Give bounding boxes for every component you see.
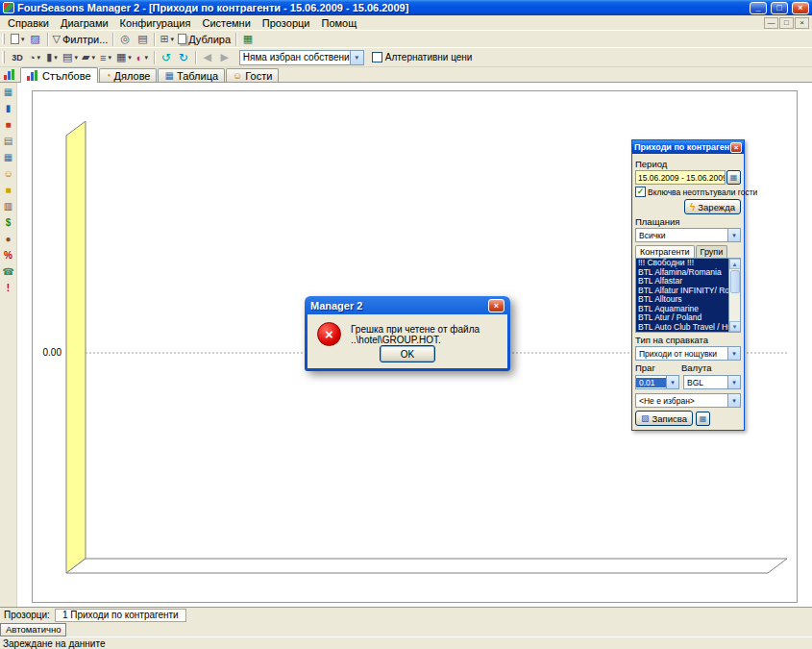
sidebar-icon-book[interactable]: ▥ [2, 200, 15, 212]
panel-close-button[interactable]: × [730, 142, 742, 153]
print-button[interactable]: ▤ [134, 32, 151, 47]
menu-configuration[interactable]: Конфигурация [114, 15, 197, 30]
panel-title-bar[interactable]: Приходи по контрагенти × [632, 140, 744, 154]
tab-columns[interactable]: Стълбове [20, 67, 98, 83]
chevron-down-icon: ▾ [37, 54, 41, 62]
mdi-close-button[interactable]: × [795, 17, 809, 29]
mdi-minimize-button[interactable]: — [764, 17, 778, 29]
color-button[interactable]: ◐ ▾ [134, 50, 151, 65]
sidebar-icon-folder[interactable]: ■ [2, 184, 15, 196]
load-button[interactable]: ϟ Зарежда [684, 199, 741, 214]
copy-button[interactable]: ⊞ ▾ [158, 32, 176, 47]
save-button[interactable]: ▨ [27, 32, 44, 47]
list-item[interactable]: BTL Aquamarine [636, 305, 740, 314]
auto-row: Автоматично [0, 622, 812, 637]
list-item[interactable]: BTL Alfamina/Romania [636, 268, 740, 278]
close-button[interactable]: × [792, 2, 809, 14]
report-type-label: Тип на справката [635, 335, 741, 345]
contragents-list[interactable]: !!! Свободни !!! BTL Alfamina/Romania BT… [635, 258, 741, 333]
owner-combo[interactable]: Няма избран собственици ▾ [239, 50, 364, 65]
dialog-title-bar[interactable]: Manager 2 × [308, 296, 507, 314]
list-item[interactable]: BTL Atur / Poland [636, 313, 740, 323]
calendar-button[interactable]: ▦ [726, 170, 741, 185]
series-style-button[interactable]: ▮ ▾ [43, 50, 61, 65]
period-input[interactable]: 15.06.2009 - 15.06.2009 [635, 170, 726, 185]
automatic-button[interactable]: Автоматично [0, 623, 66, 637]
include-guests-checkbox[interactable]: ✓ [635, 187, 646, 197]
currency-combo[interactable]: BGL ▾ [683, 375, 741, 389]
tab-table[interactable]: ▦ Таблица [158, 68, 225, 82]
alt-prices-checkbox[interactable] [372, 52, 382, 62]
save-report-button[interactable]: ▨ Записва [635, 411, 693, 426]
scroll-up-icon[interactable]: ▲ [729, 259, 741, 269]
chart-toolbar: 3D ◔ ▾ ▮ ▾ ▤ ▾ ▰ ▾ ≡ ▾ ▦ ▾ ◐ ▾ [0, 47, 812, 67]
3d-toggle-button[interactable]: 3D [9, 50, 26, 65]
list-item[interactable]: BTL Alltours [636, 295, 740, 305]
sidebar-icon-money[interactable]: $ [2, 216, 15, 229]
panel-title: Приходи по контрагенти [634, 142, 730, 152]
mdi-restore-button[interactable]: □ [779, 17, 794, 29]
filters-button[interactable]: ▽ Филтри... [51, 32, 111, 47]
gridlines-button[interactable]: ▦ ▾ [114, 50, 134, 65]
menu-references[interactable]: Справки [2, 15, 55, 30]
sidebar-icon-guests[interactable]: ☺ [2, 167, 15, 180]
chevron-down-icon: ▾ [74, 54, 78, 62]
next-view-button[interactable]: ▶ [216, 50, 234, 65]
lightning-icon: ϟ [690, 202, 695, 212]
chevron-down-icon: ▾ [727, 394, 740, 407]
redo-button[interactable]: ↻ [175, 50, 192, 65]
window-tab[interactable]: 1 Приходи по контрагенти [55, 609, 186, 622]
list-item[interactable]: BTL Auto Club Travel / Hunga [636, 323, 740, 333]
window-title: FourSeasons Manager 2 - [Приходи по конт… [17, 2, 746, 13]
new-report-button[interactable]: ▾ [9, 32, 27, 47]
tab-pie[interactable]: ◔ Дялове [99, 68, 158, 82]
sidebar-icon-document[interactable]: ▤ [2, 135, 15, 147]
minimize-button[interactable]: _ [750, 2, 767, 14]
sidebar-icon-bar[interactable]: ● [2, 233, 15, 245]
marks-button[interactable]: ▰ ▾ [80, 50, 97, 65]
sidebar-icon-phone[interactable]: ☎ [2, 265, 15, 278]
maximize-button[interactable]: □ [771, 2, 788, 14]
rotation-button[interactable]: ◔ ▾ [26, 50, 43, 65]
list-scrollbar[interactable]: ▲ ▼ [728, 259, 740, 332]
sidebar-icon-alert[interactable]: ! [2, 282, 15, 294]
undo-button[interactable]: ↺ [158, 50, 175, 65]
ok-button[interactable]: OK [380, 345, 435, 362]
panel-tabs: Контрагенти Групи [635, 245, 741, 258]
payments-combo-value: Всички [636, 231, 727, 240]
panel-body: Период 15.06.2009 - 15.06.2009 ▦ ✓ Включ… [632, 154, 744, 430]
report-type-combo[interactable]: Приходи от нощувки ▾ [635, 346, 741, 361]
menu-system[interactable]: Системни [196, 15, 256, 30]
chevron-down-icon: ▾ [128, 54, 132, 62]
tab-guests[interactable]: ☺ Гости [226, 68, 279, 82]
list-item[interactable]: BTL Alfatur INFINITY/ Romani [636, 287, 740, 296]
axes-button[interactable]: ≡ ▾ [97, 50, 114, 65]
sidebar-icon-table[interactable]: ▦ [2, 86, 15, 98]
sidebar-icon-blocks[interactable]: ■ [2, 118, 15, 131]
export-table-button[interactable]: ▦ [239, 32, 257, 47]
print-preview-button[interactable]: ◎ [116, 32, 134, 47]
payments-combo[interactable]: Всички ▾ [635, 228, 741, 242]
dialog-close-button[interactable]: × [488, 299, 504, 312]
tab-groups[interactable]: Групи [696, 245, 728, 258]
list-item[interactable]: !!! Свободни !!! [636, 259, 740, 268]
tab-contragents[interactable]: Контрагенти [635, 245, 695, 258]
sidebar-icon-chart[interactable]: ▮ [2, 102, 15, 114]
options-button[interactable]: ▦ [696, 412, 710, 426]
duplicate-button[interactable]: Дублира [176, 32, 233, 47]
legend-button[interactable]: ▤ ▾ [61, 50, 80, 65]
scroll-thumb[interactable] [730, 270, 740, 293]
sidebar-icon-grid[interactable]: ▦ [2, 151, 15, 163]
title-bar: FourSeasons Manager 2 - [Приходи по конт… [0, 0, 812, 15]
menu-help[interactable]: Помощ [315, 15, 362, 30]
list-item[interactable]: BTL Alfastar [636, 277, 740, 287]
template-combo[interactable]: <Не е избран> ▾ [635, 393, 741, 408]
previous-view-button[interactable]: ◀ [199, 50, 216, 65]
menu-diagrams[interactable]: Диаграми [55, 15, 114, 30]
palette-icon: ◐ [136, 52, 143, 63]
threshold-input[interactable]: 0.01 ▾ [635, 375, 679, 389]
separator [154, 33, 155, 46]
scroll-down-icon[interactable]: ▼ [729, 321, 741, 332]
menu-windows[interactable]: Прозорци [257, 15, 316, 30]
sidebar-icon-percent[interactable]: % [2, 249, 15, 262]
